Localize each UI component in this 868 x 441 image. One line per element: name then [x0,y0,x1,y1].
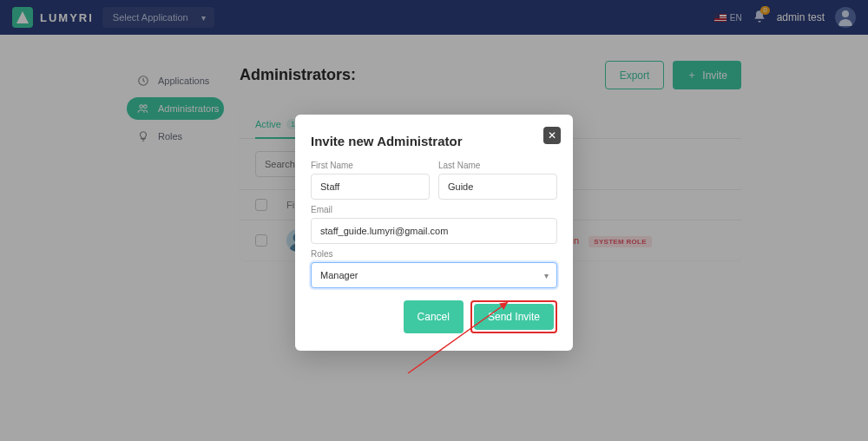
modal-title: Invite new Administrator [311,134,557,148]
last-name-input[interactable] [438,174,557,200]
invite-modal: ✕ Invite new Administrator First Name La… [295,115,573,351]
close-icon: ✕ [548,129,556,142]
first-name-label: First Name [311,161,430,170]
modal-overlay: ✕ Invite new Administrator First Name La… [0,0,868,441]
annotation-highlight: Send Invite [470,300,557,333]
roles-label: Roles [311,249,557,259]
roles-select[interactable]: ▾ [311,262,557,288]
last-name-label: Last Name [438,161,557,170]
first-name-input[interactable] [311,174,430,200]
cancel-button[interactable]: Cancel [404,300,464,333]
send-invite-button[interactable]: Send Invite [474,304,554,330]
close-button[interactable]: ✕ [543,127,561,144]
roles-value[interactable] [311,262,557,288]
modal-actions: Cancel Send Invite [311,300,557,333]
email-label: Email [311,205,557,214]
email-input[interactable] [311,218,557,244]
